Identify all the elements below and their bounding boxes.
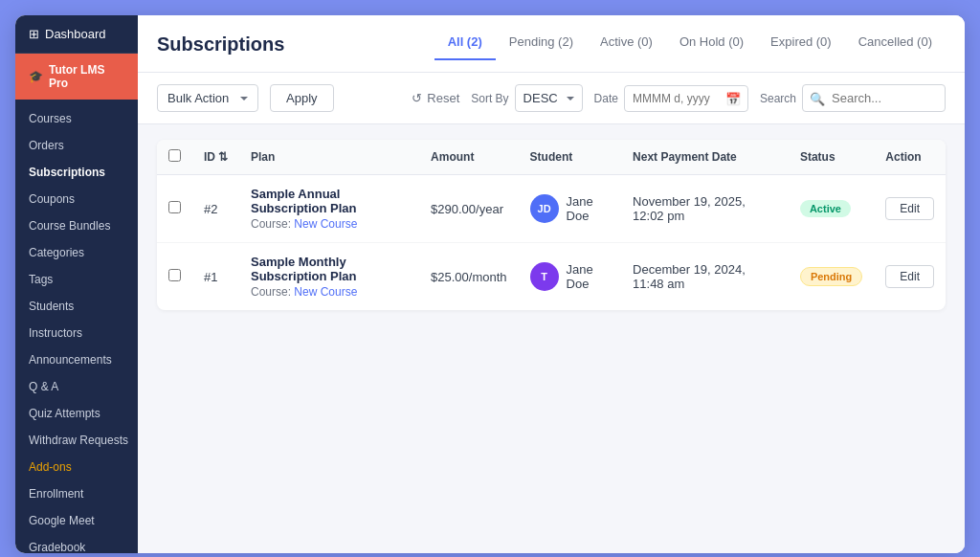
row-action: Edit bbox=[874, 243, 946, 311]
tabs: All (2) Pending (2) Active (0) On Hold (… bbox=[434, 29, 946, 60]
tab-cancelled[interactable]: Cancelled (0) bbox=[845, 29, 946, 60]
row-checkbox-cell bbox=[157, 243, 192, 311]
apply-button[interactable]: Apply bbox=[270, 84, 334, 112]
status-badge: Pending bbox=[800, 267, 862, 286]
dashboard-icon: ⊞ bbox=[29, 27, 39, 41]
row-next-payment: December 19, 2024, 11:48 am bbox=[621, 243, 789, 311]
header-checkbox-cell bbox=[157, 140, 192, 175]
sidebar-item-instructors[interactable]: Instructors bbox=[15, 320, 138, 346]
reset-label: Reset bbox=[427, 91, 459, 105]
header-plan: Plan bbox=[239, 140, 419, 175]
sidebar-item-orders[interactable]: Orders bbox=[15, 132, 138, 159]
table-area: ID ⇅ Plan Amount Student Next Payment Da… bbox=[138, 124, 965, 553]
sidebar-item-tags[interactable]: Tags bbox=[15, 266, 138, 293]
status-badge: Active bbox=[800, 200, 851, 217]
sidebar: ⊞ Dashboard 🎓 Tutor LMS Pro Courses Orde… bbox=[15, 15, 138, 553]
header-id: ID ⇅ bbox=[192, 140, 239, 175]
table-row: #1 Sample Monthly Subscription Plan Cour… bbox=[157, 243, 946, 311]
date-wrapper: 📅 bbox=[624, 85, 748, 112]
sidebar-tutor[interactable]: 🎓 Tutor LMS Pro bbox=[15, 54, 138, 100]
row-plan: Sample Annual Subscription Plan Course: … bbox=[239, 175, 419, 243]
row-checkbox-0[interactable] bbox=[168, 201, 181, 213]
date-label: Date bbox=[594, 92, 618, 105]
sort-arrows-icon: ⇅ bbox=[218, 150, 228, 164]
tab-all[interactable]: All (2) bbox=[434, 29, 496, 60]
student-avatar: JD bbox=[530, 194, 559, 223]
student-cell: T Jane Doe bbox=[530, 262, 610, 291]
sidebar-item-gradebook[interactable]: Gradebook bbox=[15, 534, 138, 553]
sidebar-item-add-ons[interactable]: Add-ons bbox=[15, 454, 138, 480]
header-amount: Amount bbox=[419, 140, 519, 175]
header-status: Status bbox=[789, 140, 874, 175]
plan-name: Sample Annual Subscription Plan bbox=[251, 187, 408, 215]
tab-expired[interactable]: Expired (0) bbox=[757, 29, 845, 60]
student-cell: JD Jane Doe bbox=[530, 194, 610, 223]
calendar-icon: 📅 bbox=[725, 91, 741, 105]
search-icon: 🔍 bbox=[810, 91, 825, 105]
select-all-checkbox[interactable] bbox=[168, 149, 181, 162]
tutor-icon: 🎓 bbox=[29, 70, 43, 83]
sidebar-dashboard[interactable]: ⊞ Dashboard bbox=[15, 15, 138, 54]
sort-group: Sort By DESC ASC bbox=[471, 84, 582, 112]
row-id: #1 bbox=[192, 243, 239, 311]
sort-label: Sort By bbox=[471, 92, 508, 105]
sidebar-dashboard-label: Dashboard bbox=[45, 27, 106, 41]
table-wrapper: ID ⇅ Plan Amount Student Next Payment Da… bbox=[157, 140, 946, 310]
student-name: Jane Doe bbox=[567, 194, 610, 223]
sidebar-item-announcements[interactable]: Announcements bbox=[15, 346, 138, 373]
row-status: Active bbox=[789, 175, 874, 243]
header-next-payment: Next Payment Date bbox=[621, 140, 789, 175]
row-plan: Sample Monthly Subscription Plan Course:… bbox=[239, 243, 419, 311]
sidebar-item-courses[interactable]: Courses bbox=[15, 105, 138, 132]
row-id: #2 bbox=[192, 175, 239, 243]
row-checkbox-cell bbox=[157, 175, 192, 243]
sidebar-item-course-bundles[interactable]: Course Bundles bbox=[15, 212, 138, 239]
tab-pending[interactable]: Pending (2) bbox=[496, 29, 587, 60]
header-action: Action bbox=[874, 140, 946, 175]
sidebar-item-google-meet[interactable]: Google Meet bbox=[15, 507, 138, 534]
reset-button[interactable]: ↺ Reset bbox=[412, 91, 459, 105]
subscriptions-table: ID ⇅ Plan Amount Student Next Payment Da… bbox=[157, 140, 946, 310]
course-link[interactable]: New Course bbox=[294, 217, 357, 231]
toolbar: Bulk Action Apply ↺ Reset Sort By DESC A… bbox=[138, 73, 965, 124]
sidebar-item-subscriptions[interactable]: Subscriptions bbox=[15, 159, 138, 186]
main-content: Subscriptions All (2) Pending (2) Active… bbox=[138, 15, 965, 553]
search-wrapper: 🔍 bbox=[802, 84, 946, 112]
student-name: Jane Doe bbox=[567, 262, 610, 291]
edit-button[interactable]: Edit bbox=[885, 197, 934, 220]
sidebar-item-categories[interactable]: Categories bbox=[15, 239, 138, 266]
row-next-payment: November 19, 2025, 12:02 pm bbox=[621, 175, 789, 243]
bulk-action-select[interactable]: Bulk Action bbox=[157, 84, 258, 112]
id-sort[interactable]: ID ⇅ bbox=[204, 150, 228, 164]
row-student: T Jane Doe bbox=[519, 243, 621, 311]
row-student: JD Jane Doe bbox=[519, 175, 621, 243]
top-bar: Subscriptions All (2) Pending (2) Active… bbox=[138, 15, 965, 73]
sidebar-item-coupons[interactable]: Coupons bbox=[15, 186, 138, 212]
table-body: #2 Sample Annual Subscription Plan Cours… bbox=[157, 175, 946, 311]
reset-icon: ↺ bbox=[412, 91, 422, 105]
top-bar-header: Subscriptions All (2) Pending (2) Active… bbox=[157, 29, 946, 60]
plan-course: Course: New Course bbox=[251, 285, 408, 299]
plan-course: Course: New Course bbox=[251, 217, 408, 231]
sort-select[interactable]: DESC ASC bbox=[515, 84, 583, 112]
sidebar-item-enrollment[interactable]: Enrollment bbox=[15, 480, 138, 507]
sidebar-item-students[interactable]: Students bbox=[15, 293, 138, 320]
row-amount: $290.00/year bbox=[419, 175, 519, 243]
table-header: ID ⇅ Plan Amount Student Next Payment Da… bbox=[157, 140, 946, 175]
row-amount: $25.00/month bbox=[419, 243, 519, 311]
table-row: #2 Sample Annual Subscription Plan Cours… bbox=[157, 175, 946, 243]
student-avatar: T bbox=[530, 262, 559, 291]
sidebar-item-qa[interactable]: Q & A bbox=[15, 373, 138, 400]
page-title: Subscriptions bbox=[157, 33, 284, 56]
sidebar-item-quiz-attempts[interactable]: Quiz Attempts bbox=[15, 400, 138, 427]
sidebar-item-withdraw-requests[interactable]: Withdraw Requests bbox=[15, 427, 138, 454]
edit-button[interactable]: Edit bbox=[885, 265, 934, 288]
row-checkbox-1[interactable] bbox=[168, 269, 181, 281]
row-status: Pending bbox=[789, 243, 874, 311]
course-link[interactable]: New Course bbox=[294, 285, 357, 299]
tab-on-hold[interactable]: On Hold (0) bbox=[666, 29, 757, 60]
search-label: Search bbox=[760, 92, 796, 105]
plan-name: Sample Monthly Subscription Plan bbox=[251, 255, 408, 283]
tab-active[interactable]: Active (0) bbox=[587, 29, 666, 60]
sidebar-tutor-label: Tutor LMS Pro bbox=[49, 63, 124, 90]
